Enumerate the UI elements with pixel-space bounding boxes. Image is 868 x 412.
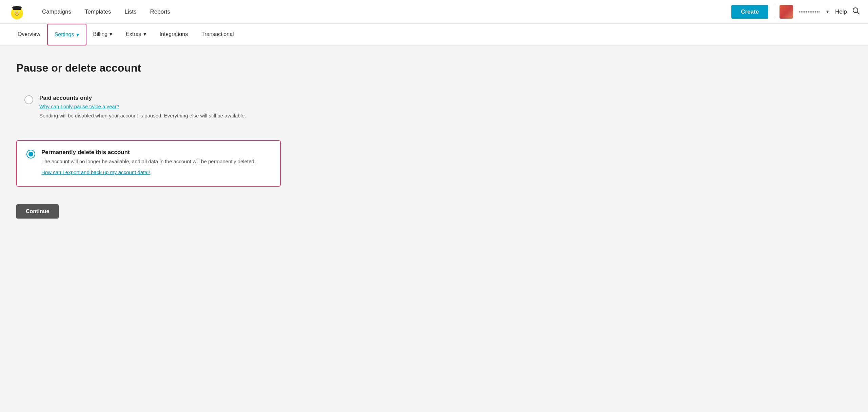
main-content: Pause or delete account Paid accounts on… xyxy=(0,45,868,412)
svg-line-10 xyxy=(857,12,860,14)
page-title: Pause or delete account xyxy=(16,62,852,74)
settings-dropdown-icon: ▾ xyxy=(76,32,79,38)
billing-dropdown-icon: ▾ xyxy=(110,31,112,37)
svg-point-8 xyxy=(16,13,18,14)
delete-link[interactable]: How can I export and back up my account … xyxy=(41,169,271,175)
radio-delete[interactable] xyxy=(26,150,35,158)
subnav-overview[interactable]: Overview xyxy=(11,24,47,45)
option-delete-content: Permanently delete this account The acco… xyxy=(41,149,271,178)
top-nav: Campaigns Templates Lists Reports Create… xyxy=(0,0,868,24)
option-pause-content: Paid accounts only Why can I only pause … xyxy=(39,95,273,124)
continue-button[interactable]: Continue xyxy=(16,204,59,219)
subnav-billing[interactable]: Billing ▾ xyxy=(86,24,119,45)
account-dropdown-icon[interactable]: ▼ xyxy=(825,9,830,14)
sub-nav: Overview Settings ▾ Billing ▾ Extras ▾ I… xyxy=(0,24,868,45)
option-pause-title: Paid accounts only xyxy=(39,95,273,101)
help-link[interactable]: Help xyxy=(835,8,847,15)
option-delete: Permanently delete this account The acco… xyxy=(16,140,281,187)
nav-reports[interactable]: Reports xyxy=(144,6,176,18)
logo-area[interactable] xyxy=(8,3,26,21)
search-button[interactable] xyxy=(852,7,860,17)
radio-delete-wrap[interactable] xyxy=(26,150,35,158)
svg-rect-3 xyxy=(13,6,21,10)
nav-right: Create •••••••••••• ▼ Help xyxy=(731,5,860,19)
subnav-extras[interactable]: Extras ▾ xyxy=(119,24,153,45)
nav-divider xyxy=(774,5,774,19)
radio-delete-inner xyxy=(28,152,33,156)
option-delete-title: Permanently delete this account xyxy=(41,149,271,156)
mailchimp-logo xyxy=(8,3,26,21)
pause-link[interactable]: Why can I only pause twice a year? xyxy=(39,104,273,109)
svg-point-6 xyxy=(15,12,16,12)
option-pause: Paid accounts only Why can I only pause … xyxy=(16,88,281,131)
extras-dropdown-icon: ▾ xyxy=(143,31,146,37)
option-pause-desc: Sending will be disabled when your accou… xyxy=(39,112,273,120)
nav-templates[interactable]: Templates xyxy=(79,6,116,18)
svg-point-7 xyxy=(18,12,19,12)
radio-pause[interactable] xyxy=(24,95,33,104)
account-name: •••••••••••• xyxy=(798,9,820,15)
subnav-transactional[interactable]: Transactional xyxy=(195,24,240,45)
subnav-integrations[interactable]: Integrations xyxy=(153,24,195,45)
create-button[interactable]: Create xyxy=(731,5,768,19)
nav-campaigns[interactable]: Campaigns xyxy=(37,6,77,18)
avatar xyxy=(780,5,793,19)
search-icon xyxy=(852,7,860,15)
subnav-settings[interactable]: Settings ▾ xyxy=(47,24,86,45)
option-delete-desc: The account will no longer be available,… xyxy=(41,158,271,166)
nav-links: Campaigns Templates Lists Reports xyxy=(37,6,731,18)
nav-lists[interactable]: Lists xyxy=(119,6,142,18)
radio-pause-wrap[interactable] xyxy=(24,95,33,104)
